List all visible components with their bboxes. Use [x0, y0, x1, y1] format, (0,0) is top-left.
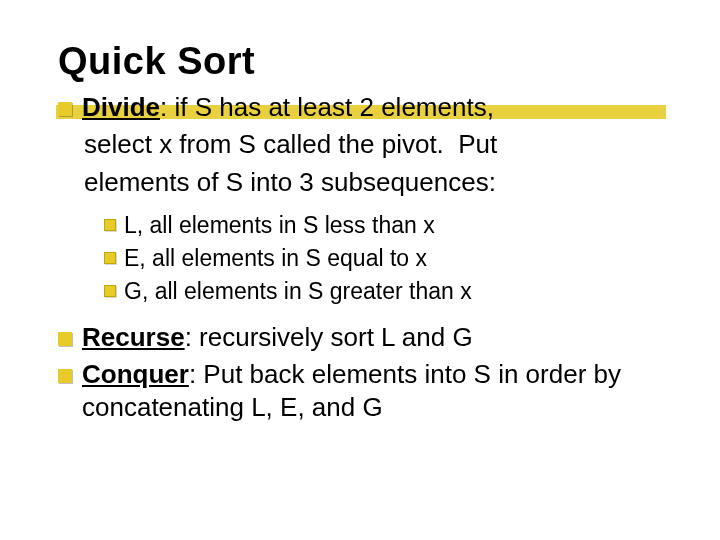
square-bullet-icon [58, 332, 72, 346]
bullet-recurse: Recurse: recursively sort L and G [58, 321, 662, 354]
square-bullet-icon [104, 285, 116, 297]
conquer-line: Conquer: Put back elements into S in ord… [82, 358, 662, 425]
square-bullet-icon [104, 252, 116, 264]
square-bullet-icon [58, 369, 72, 383]
sub-item-l: L, all elements in S less than x [104, 209, 662, 242]
slide-title: Quick Sort [58, 40, 662, 83]
sub-item-e: E, all elements in S equal to x [104, 242, 662, 275]
divide-sublist: L, all elements in S less than x E, all … [104, 209, 662, 309]
bullet-divide: Divide: if S has at least 2 elements, [58, 91, 662, 124]
recurse-text: : recursively sort L and G [185, 322, 473, 352]
divide-text-part1: : if S has at least 2 elements, [160, 92, 494, 122]
square-bullet-icon [104, 219, 116, 231]
sub-item-l-text: L, all elements in S less than x [124, 209, 662, 242]
sub-item-e-text: E, all elements in S equal to x [124, 242, 662, 275]
bullet-conquer: Conquer: Put back elements into S in ord… [58, 358, 662, 425]
recurse-label: Recurse [82, 322, 185, 352]
conquer-label: Conquer [82, 359, 189, 389]
divide-label: Divide [82, 92, 160, 122]
bullet-divide-line1: Divide: if S has at least 2 elements, [82, 91, 662, 124]
divide-text-part2: select x from S called the pivot. Put [58, 128, 662, 161]
square-bullet-icon [58, 102, 72, 116]
sub-item-g: G, all elements in S greater than x [104, 275, 662, 308]
recurse-line: Recurse: recursively sort L and G [82, 321, 662, 354]
sub-item-g-text: G, all elements in S greater than x [124, 275, 662, 308]
divide-text-part3: elements of S into 3 subsequences: [58, 166, 662, 199]
